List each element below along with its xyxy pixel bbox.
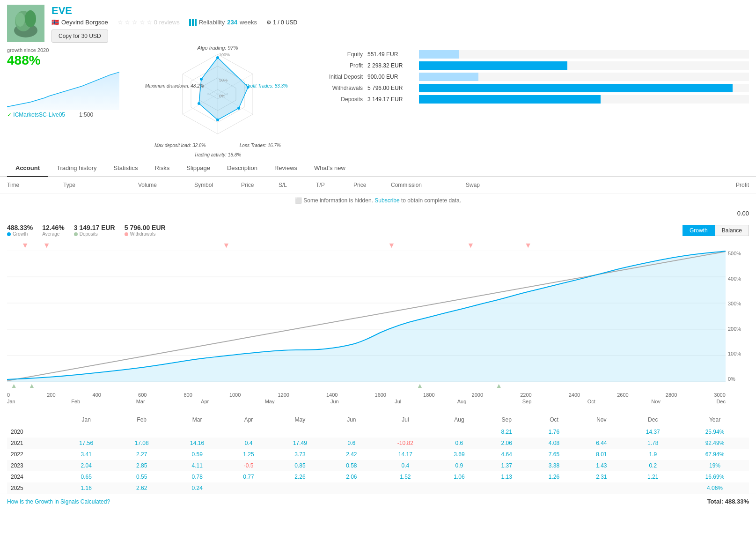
x-number-label: 2200 xyxy=(520,392,531,398)
x-month-label: Jul xyxy=(395,399,401,404)
tab-description[interactable]: Description xyxy=(219,160,266,177)
monthly-col-header: Jan xyxy=(59,414,114,426)
subscribe-link[interactable]: Subscribe xyxy=(374,197,399,204)
x-number-label: 800 xyxy=(183,392,192,398)
month-value-cell: 2.85 xyxy=(114,460,169,471)
chart-wrapper: 500% 400% 300% 200% 100% 0% xyxy=(7,251,749,382)
tab-risks[interactable]: Risks xyxy=(147,160,178,177)
metric-bar xyxy=(419,61,567,70)
x-number-label: 1800 xyxy=(423,392,434,398)
info-icon: ⬜ xyxy=(295,197,302,204)
svg-text:50%: 50% xyxy=(219,78,228,82)
author-name: Oeyvind Borgsoe xyxy=(61,19,108,26)
month-value-cell: 2.04 xyxy=(59,460,114,471)
month-value-cell: 1.06 xyxy=(435,471,483,482)
flag-icon: 🇳🇴 xyxy=(51,19,59,26)
withdrawals-stat: 5 796.00 EUR Withdrawals xyxy=(125,224,166,237)
month-value-cell: -0.5 xyxy=(225,460,272,471)
month-value-cell: 1.25 xyxy=(225,449,272,460)
weeks-label: weeks xyxy=(240,19,257,26)
broker-link[interactable]: ICMarketsSC-Live05 xyxy=(7,111,65,118)
monthly-col-header: May xyxy=(272,414,328,426)
month-value-cell: 0.58 xyxy=(328,460,375,471)
y-axis-labels: 500% 400% 300% 200% 100% 0% xyxy=(726,251,749,382)
month-value-cell xyxy=(435,426,483,438)
monthly-col-header: Jun xyxy=(328,414,375,426)
reliability-bars xyxy=(189,19,197,26)
growth-pct-value: 488.33% xyxy=(7,224,33,231)
metric-bar-wrap xyxy=(419,84,749,92)
metric-label: Equity xyxy=(307,51,367,58)
month-value-cell: 0.85 xyxy=(272,460,328,471)
metric-bar-wrap xyxy=(419,95,749,104)
monthly-col-header xyxy=(7,414,59,426)
monthly-data-row: 20240.650.550.780.772.262.061.521.061.13… xyxy=(7,471,749,482)
monthly-data-row: 20208.211.7614.3725.94% xyxy=(7,426,749,438)
radar-chart: 100% 50% 0% Algo trading: 97% Profit Tra… xyxy=(152,47,283,150)
month-value-cell: 0.55 xyxy=(114,471,169,482)
monthly-table-body: 20208.211.7614.3725.94%202117.5617.0814.… xyxy=(7,426,749,494)
metric-bar xyxy=(419,84,733,92)
month-value-cell xyxy=(225,482,272,494)
strategy-title: EVE xyxy=(51,5,749,17)
month-value-cell: 17.56 xyxy=(59,438,114,449)
month-value-cell xyxy=(625,482,681,494)
month-value-cell: 0.65 xyxy=(59,471,114,482)
month-value-cell xyxy=(578,482,625,494)
tab-trading-history[interactable]: Trading history xyxy=(48,160,105,177)
year-cell: 2024 xyxy=(7,471,59,482)
deposits-value: 3 149.17 EUR xyxy=(74,224,115,231)
x-number-label: 200 xyxy=(47,392,55,398)
month-value-cell: 1.52 xyxy=(375,471,435,482)
y-100: 100% xyxy=(728,351,747,356)
deposits-stat: 3 149.17 EUR Deposits xyxy=(74,224,115,237)
month-value-cell xyxy=(114,426,169,438)
month-value-cell: 4.06% xyxy=(681,482,749,494)
radar-algo: Algo trading: 97% xyxy=(198,45,238,51)
dep-marker2: ▲ xyxy=(29,382,35,389)
month-value-cell xyxy=(328,482,375,494)
growth-calc-link[interactable]: How is the Growth in Signals Calculated? xyxy=(7,498,110,505)
tab-slippage[interactable]: Slippage xyxy=(178,160,219,177)
bar3 xyxy=(195,19,197,26)
monthly-col-header: Dec xyxy=(625,414,681,426)
leverage: 1:500 xyxy=(79,111,93,118)
dep-marker4: ▲ xyxy=(496,382,502,389)
monthly-data-row: 20251.162.620.244.06% xyxy=(7,482,749,494)
month-value-cell: 3.41 xyxy=(59,449,114,460)
svg-point-3 xyxy=(25,10,36,27)
x-number-label: 3000 xyxy=(714,392,725,398)
copy-button[interactable]: Copy for 30 USD xyxy=(51,30,108,43)
reliability-section: Reliability 234 weeks xyxy=(189,19,257,26)
page-header: EVE 🇳🇴 Oeyvind Borgsoe ☆ ☆ ☆ ☆ ☆ 0 revie… xyxy=(0,0,756,47)
radar-loss: Loss Trades: 16.7% xyxy=(240,143,281,148)
month-value-cell: 19% xyxy=(681,460,749,471)
month-value-cell: 2.26 xyxy=(272,471,328,482)
author-info: 🇳🇴 Oeyvind Borgsoe xyxy=(51,19,108,26)
hidden-text: Some information is hidden. xyxy=(303,197,373,204)
radar-profit: Profit Trades: 83.3% xyxy=(246,83,288,89)
toggle-group: Growth Balance xyxy=(683,225,749,236)
metric-bar-wrap xyxy=(419,73,749,81)
y-200: 200% xyxy=(728,326,747,332)
tab-reviews[interactable]: Reviews xyxy=(266,160,306,177)
month-value-cell: 1.16 xyxy=(59,482,114,494)
growth-toggle-btn[interactable]: Growth xyxy=(683,225,715,236)
month-value-cell xyxy=(483,482,530,494)
month-value-cell xyxy=(578,426,625,438)
month-value-cell: 1.43 xyxy=(578,460,625,471)
growth-pct-stat: 488.33% Growth xyxy=(7,224,33,237)
monthly-data-row: 202117.5617.0814.160.417.490.6-10.820.62… xyxy=(7,438,749,449)
metrics-container: Equity 551.49 EUR Profit 2 298.32 EUR In… xyxy=(307,50,749,104)
year-cell: 2022 xyxy=(7,449,59,460)
month-value-cell: 14.17 xyxy=(375,449,435,460)
tab-statistics[interactable]: Statistics xyxy=(105,160,147,177)
tab-what's-new[interactable]: What's new xyxy=(306,160,354,177)
metric-value: 551.49 EUR xyxy=(367,51,419,58)
col-volume-header: Volume xyxy=(138,182,194,188)
balance-toggle-btn[interactable]: Balance xyxy=(715,225,749,236)
tab-account[interactable]: Account xyxy=(7,160,48,177)
year-cell: 2020 xyxy=(7,426,59,438)
withdrawals-label: Withdrawals xyxy=(125,231,166,237)
month-value-cell: 0.4 xyxy=(375,460,435,471)
